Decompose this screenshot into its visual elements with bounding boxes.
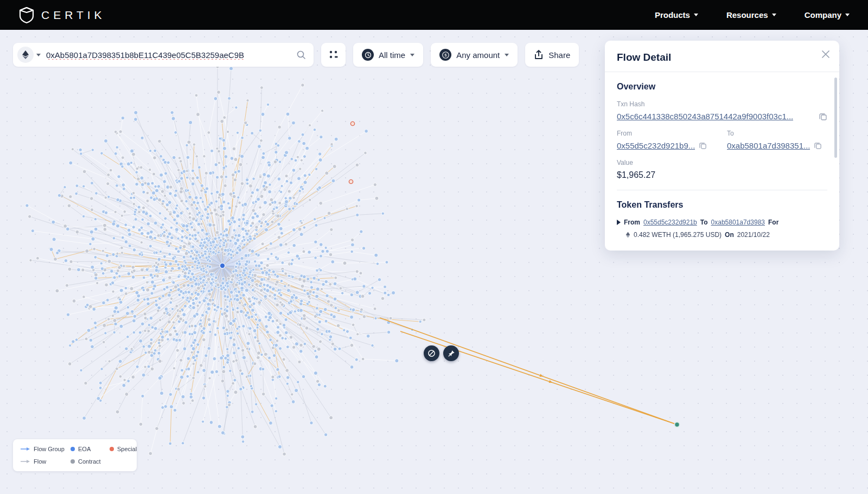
- graph-area: All time $ Any amount: [0, 30, 868, 494]
- ethereum-icon: [626, 232, 630, 238]
- legend-contract: Contract: [71, 458, 110, 465]
- chevron-down-icon: [772, 14, 776, 16]
- time-filter-label: All time: [379, 50, 405, 60]
- layout-mode-button[interactable]: [321, 43, 346, 67]
- hide-circle-slash-icon: [427, 349, 436, 357]
- share-icon: [534, 50, 544, 60]
- legend-special: Special: [110, 446, 141, 452]
- legend-eoa: EOA: [71, 446, 110, 452]
- transfer-from-link[interactable]: 0x55d5c232d921b: [643, 219, 697, 226]
- copy-icon[interactable]: [814, 142, 822, 150]
- txn-hash-label: Txn Hash: [617, 100, 827, 108]
- transfer-item: From 0x55d5c232d921b To 0xab5801a7d3983 …: [617, 219, 827, 239]
- txn-hash-row: 0x5c6c441338c850243a8751442a9f9003f03c1.…: [617, 112, 827, 121]
- nav-resources[interactable]: Resources: [726, 10, 776, 20]
- nav-products[interactable]: Products: [655, 10, 698, 20]
- nav-products-label: Products: [655, 10, 690, 20]
- flow-group-arrow-icon: [21, 447, 30, 451]
- brand-name: CERTIK: [41, 9, 106, 22]
- certik-shield-icon: [18, 7, 35, 24]
- panel-scrollbar[interactable]: [834, 78, 837, 158]
- chain-circle: [17, 47, 34, 63]
- eoa-dot-icon: [71, 447, 75, 451]
- legend-flow-label: Flow: [34, 458, 46, 465]
- to-label: To: [727, 130, 827, 137]
- chevron-down-icon: [694, 14, 698, 16]
- special-dot-icon: [110, 447, 114, 451]
- search-icon[interactable]: [296, 50, 306, 60]
- amount-filter-label: Any amount: [456, 50, 500, 60]
- chain-select[interactable]: [17, 47, 41, 63]
- flow-detail-title: Flow Detail: [617, 52, 827, 63]
- contract-dot-icon: [71, 459, 75, 464]
- copy-icon[interactable]: [819, 112, 827, 121]
- top-navbar: CERTIK Products Resources Company: [0, 0, 868, 30]
- time-filter-button[interactable]: All time: [353, 43, 423, 67]
- legend-flow-group-label: Flow Group: [34, 446, 65, 452]
- chevron-down-icon: [505, 54, 509, 56]
- legend-special-label: Special: [117, 446, 137, 452]
- search-box: [13, 43, 314, 67]
- token-transfers-heading: Token Transfers: [617, 200, 827, 210]
- txn-hash-link[interactable]: 0x5c6c441338c850243a8751442a9f9003f03c1.…: [617, 112, 793, 121]
- nav-company-label: Company: [805, 10, 841, 20]
- nav-menu: Products Resources Company: [655, 10, 850, 20]
- nav-company[interactable]: Company: [805, 10, 850, 20]
- transfer-date: 2021/10/22: [737, 231, 770, 239]
- to-column: To 0xab5801a7d398351...: [727, 130, 827, 150]
- search-input[interactable]: [45, 50, 292, 60]
- overview-section: Overview Txn Hash 0x5c6c441338c850243a87…: [605, 72, 839, 190]
- nav-resources-label: Resources: [726, 10, 768, 20]
- value-label: Value: [617, 159, 827, 166]
- brand-home-link[interactable]: CERTIK: [18, 7, 106, 24]
- svg-text:$: $: [444, 53, 447, 57]
- chevron-down-icon: [410, 54, 414, 56]
- dollar-icon: $: [439, 49, 451, 61]
- transfer-for-label: For: [768, 219, 778, 226]
- transfer-to-label: To: [700, 219, 708, 226]
- legend-eoa-label: EOA: [78, 446, 91, 452]
- graph-legend: Flow Group EOA Special Flow Contract: [13, 439, 137, 471]
- flow-arrow-icon: [21, 459, 30, 464]
- overview-heading: Overview: [617, 82, 827, 92]
- transfer-to-link[interactable]: 0xab5801a7d3983: [711, 219, 765, 226]
- share-label: Share: [548, 50, 570, 60]
- pin-icon: [448, 350, 455, 357]
- value-amount: $1,965.27: [617, 170, 827, 180]
- chevron-down-icon: [36, 54, 41, 56]
- legend-flow: Flow: [21, 458, 71, 465]
- amount-filter-button[interactable]: $ Any amount: [431, 43, 518, 67]
- hide-node-button[interactable]: [424, 345, 439, 361]
- toolbar: All time $ Any amount: [13, 43, 579, 67]
- copy-icon[interactable]: [699, 142, 707, 150]
- share-button[interactable]: Share: [525, 43, 579, 67]
- pin-node-button[interactable]: [443, 345, 459, 361]
- graph-layout-icon: [328, 49, 339, 60]
- from-address-link[interactable]: 0x55d5c232d921b9...: [617, 141, 695, 150]
- chevron-down-icon: [845, 14, 850, 16]
- to-address-link[interactable]: 0xab5801a7d398351...: [727, 141, 810, 150]
- transfer-from-label: From: [624, 219, 640, 226]
- flow-detail-panel: Flow Detail Overview Txn Hash 0x5c6c4413…: [605, 41, 839, 251]
- legend-flow-group: Flow Group: [21, 446, 71, 452]
- transfer-row-summary: From 0x55d5c232d921b To 0xab5801a7d3983 …: [617, 219, 827, 226]
- clock-icon: [362, 49, 374, 61]
- ethereum-icon: [22, 50, 29, 59]
- flow-detail-header: Flow Detail: [605, 41, 839, 72]
- legend-contract-label: Contract: [78, 458, 101, 465]
- expand-triangle-icon[interactable]: [617, 220, 621, 225]
- token-transfers-section: Token Transfers From 0x55d5c232d921b To …: [605, 190, 839, 239]
- transfer-row-amount: 0.482 WETH (1,965.275 USD) On 2021/10/22: [626, 231, 827, 239]
- app-root: CERTIK Products Resources Company: [0, 0, 868, 494]
- close-icon[interactable]: [820, 49, 831, 60]
- from-to-row: From 0x55d5c232d921b9...: [617, 130, 827, 150]
- from-column: From 0x55d5c232d921b9...: [617, 130, 717, 150]
- from-label: From: [617, 130, 717, 137]
- transfer-on-label: On: [725, 231, 734, 239]
- transfer-amount: 0.482 WETH (1,965.275 USD): [634, 231, 722, 239]
